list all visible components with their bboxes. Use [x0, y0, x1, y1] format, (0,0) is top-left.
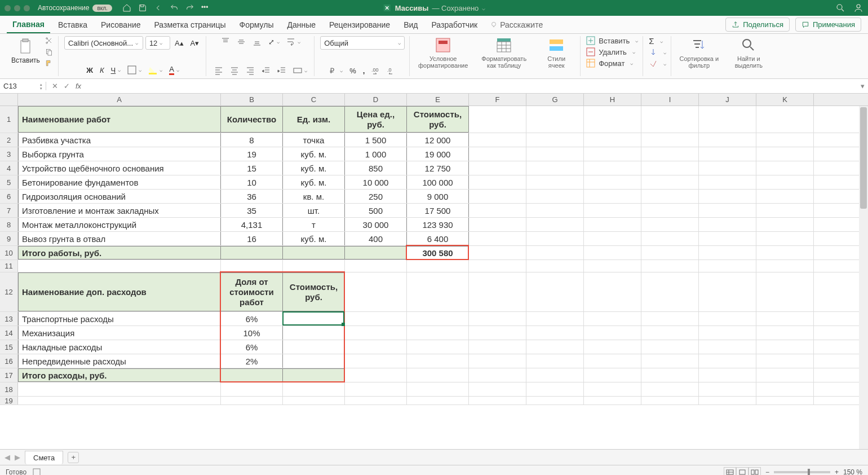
cell[interactable] — [407, 368, 469, 382]
cell[interactable]: 36 — [221, 190, 283, 203]
cell[interactable]: Непредвиденные расходы — [18, 354, 221, 368]
cell[interactable] — [756, 218, 814, 231]
cell[interactable] — [469, 260, 526, 272]
cell[interactable] — [641, 397, 699, 404]
row-header[interactable]: 8 — [0, 218, 18, 231]
cell[interactable] — [526, 133, 584, 147]
cell[interactable] — [699, 368, 756, 382]
cell[interactable] — [526, 175, 584, 189]
cell[interactable] — [283, 382, 345, 396]
cell[interactable] — [584, 218, 641, 231]
zoom-in-button[interactable]: + — [835, 468, 839, 476]
col-header[interactable]: F — [469, 94, 526, 105]
cell[interactable] — [699, 312, 756, 326]
cell[interactable] — [526, 161, 584, 175]
page-break-view-icon[interactable] — [749, 467, 761, 476]
redo-icon[interactable] — [185, 3, 194, 12]
cell[interactable] — [345, 272, 407, 311]
align-left-icon[interactable] — [212, 65, 225, 76]
format-table-button[interactable]: Форматировать как таблицу — [476, 36, 532, 70]
cell[interactable]: Количество — [221, 106, 283, 133]
cell[interactable] — [283, 326, 345, 340]
window-controls[interactable] — [5, 5, 30, 11]
cell[interactable]: Монтаж металлоконструкций — [18, 218, 221, 231]
cell[interactable]: Бетонирование фундаментов — [18, 175, 221, 189]
col-header[interactable]: A — [18, 94, 221, 105]
cell[interactable] — [641, 133, 699, 147]
cell[interactable] — [221, 397, 283, 404]
cell[interactable] — [469, 382, 526, 396]
cut-icon[interactable] — [45, 36, 54, 45]
save-icon[interactable] — [138, 3, 147, 12]
cell[interactable] — [469, 340, 526, 354]
cell[interactable] — [18, 397, 221, 404]
cell[interactable] — [526, 382, 584, 396]
cell[interactable] — [526, 232, 584, 245]
col-header[interactable]: D — [345, 94, 407, 105]
cell[interactable] — [584, 133, 641, 147]
cell[interactable] — [526, 190, 584, 203]
cell[interactable] — [345, 246, 407, 260]
cell[interactable] — [756, 106, 814, 133]
cell[interactable] — [699, 260, 756, 272]
page-layout-view-icon[interactable] — [736, 467, 749, 476]
cell[interactable]: 12 750 — [407, 161, 469, 175]
cell[interactable] — [283, 368, 345, 382]
cell[interactable] — [584, 312, 641, 326]
col-header[interactable]: C — [283, 94, 345, 105]
cell[interactable]: куб. м. — [283, 232, 345, 245]
cell[interactable] — [283, 312, 345, 326]
cell[interactable] — [641, 260, 699, 272]
cond-format-button[interactable]: Условное форматирование — [415, 36, 471, 70]
zoom-level[interactable]: 150 % — [843, 468, 862, 476]
cell[interactable]: 500 — [345, 204, 407, 217]
cell[interactable] — [526, 204, 584, 217]
cell[interactable] — [283, 354, 345, 368]
row-header[interactable]: 15 — [0, 340, 18, 354]
bold-button[interactable]: Ж — [84, 65, 95, 76]
cell[interactable]: куб. м. — [283, 147, 345, 161]
cell[interactable]: 8 — [221, 133, 283, 147]
zoom-slider[interactable] — [774, 471, 830, 473]
cell-styles-button[interactable]: Стили ячеек — [537, 36, 575, 70]
normal-view-icon[interactable] — [724, 467, 736, 476]
more-icon[interactable]: ••• — [201, 3, 209, 12]
cell[interactable] — [469, 133, 526, 147]
cell[interactable] — [407, 397, 469, 404]
cell[interactable] — [469, 147, 526, 161]
delete-cells-button[interactable]: Удалить⌵ — [586, 47, 638, 56]
cell[interactable] — [526, 246, 584, 260]
col-header[interactable]: B — [221, 94, 283, 105]
cell[interactable] — [699, 175, 756, 189]
cell[interactable]: Вывоз грунта в отвал — [18, 232, 221, 245]
cell[interactable] — [469, 354, 526, 368]
cell[interactable] — [756, 354, 814, 368]
cell[interactable] — [526, 260, 584, 272]
cell[interactable]: 9 000 — [407, 190, 469, 203]
cell[interactable] — [407, 340, 469, 354]
tab-formulas[interactable]: Формулы — [234, 17, 280, 33]
cell[interactable]: Изготовление и монтаж закладных — [18, 204, 221, 217]
cell[interactable] — [756, 326, 814, 340]
font-size-select[interactable]: 12⌵ — [145, 36, 170, 50]
tab-insert[interactable]: Вставка — [52, 17, 93, 33]
cell[interactable]: точка — [283, 133, 345, 147]
row-header[interactable]: 1 — [0, 106, 18, 133]
cell[interactable]: Гидроизоляция оснований — [18, 190, 221, 203]
align-top-icon[interactable] — [219, 36, 232, 47]
comments-button[interactable]: Примечания — [795, 17, 861, 32]
row-header[interactable]: 11 — [0, 260, 18, 272]
row-header[interactable]: 7 — [0, 204, 18, 217]
cell[interactable]: Итого расходы, руб. — [18, 368, 221, 382]
fill-button[interactable]: ⌵ — [649, 48, 666, 57]
cell[interactable] — [407, 354, 469, 368]
cell[interactable] — [469, 218, 526, 231]
tab-data[interactable]: Данные — [281, 17, 321, 33]
cell[interactable]: 35 — [221, 204, 283, 217]
row-header[interactable]: 17 — [0, 368, 18, 382]
cell[interactable]: 16 — [221, 232, 283, 245]
cell[interactable]: 17 500 — [407, 204, 469, 217]
cell[interactable] — [221, 260, 283, 272]
expand-formula-icon[interactable]: ▾ — [857, 82, 868, 90]
cell[interactable] — [469, 106, 526, 133]
